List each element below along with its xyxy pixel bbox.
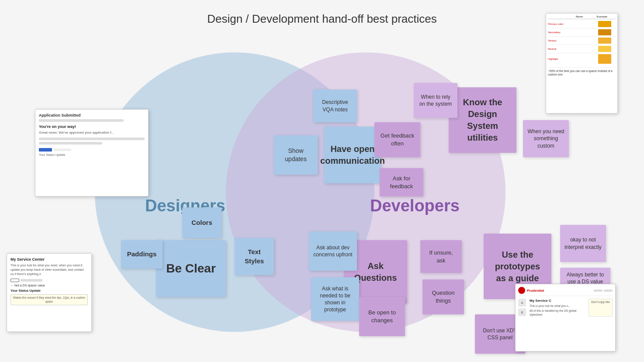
get-feedback-sticky: Get feedback often [374,122,420,157]
ask-for-feedback-sticky: Ask for feedback [380,168,423,197]
descriptive-vqa-sticky: Descriptive VQA notes [313,90,357,122]
know-design-system-sticky: Know the Design System utilities [449,87,516,153]
prudential-mockup: Prudential A B My Service C This is your… [515,284,616,352]
venn-diagram: Designers Developers Be Clear Colors Pad… [82,26,562,349]
if-unsure-sticky: If unsure, ask [420,240,462,273]
text-styles-sticky: Text Styles [235,238,274,275]
paddings-sticky: Paddings [121,240,163,269]
have-open-comm-sticky: Have open communication [324,127,381,183]
ask-dev-concerns-sticky: Ask about dev concerns upfront [309,231,357,271]
ask-what-needed-sticky: Ask what is needed to be shown in protot… [311,277,359,321]
be-open-changes-sticky: Be open to changes [359,297,405,336]
service-center-mockup: My Service Center This is your hub for w… [7,253,92,332]
okay-not-interpret-sticky: okay to not interpret exactly [560,225,606,262]
app-submitted-mockup: Application Submitted You're on your way… [35,109,149,197]
table-mockup: NameExample Primary-color Secondary Tert… [546,13,618,114]
show-updates-sticky: Show updates [274,135,318,175]
when-to-rely-sticky: When to rely on the system [414,83,457,118]
colors-sticky: Colors [182,207,222,238]
question-things-sticky: Question things [422,279,464,314]
when-need-custom-sticky: When you need something custom [523,120,569,157]
be-clear-sticky: Be Clear [156,240,226,297]
